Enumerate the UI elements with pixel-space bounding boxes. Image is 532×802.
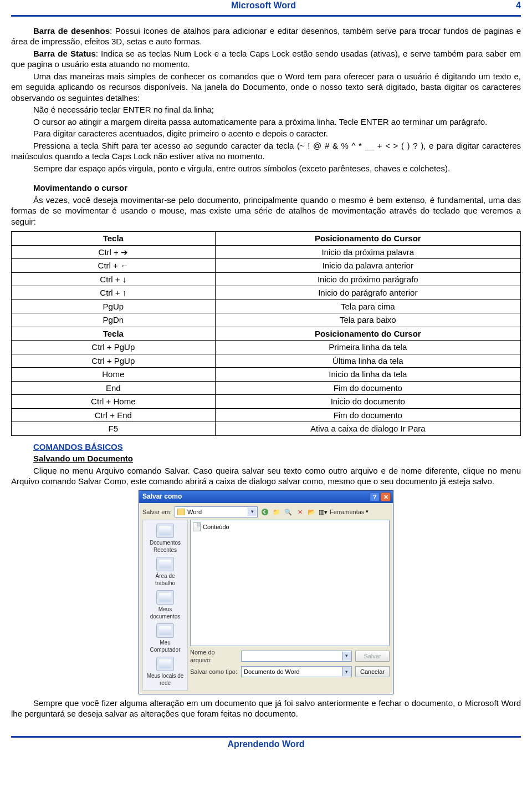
action-cell: Inicio do parágrafo anterior bbox=[215, 286, 520, 300]
action-cell: Tela para cima bbox=[215, 300, 520, 313]
place-label: Meu Computador bbox=[145, 639, 185, 653]
header-rule bbox=[11, 15, 521, 17]
action-cell: Inicio da linha da tela bbox=[215, 368, 520, 382]
dialog-toolbar: 📁 🔍 ✕ 📂 ▥▾ Ferramentas ▾ bbox=[260, 507, 369, 517]
table-row: Ctrl + ←Inicio da palavra anterior bbox=[12, 259, 521, 273]
help-icon: ? bbox=[373, 493, 377, 501]
action-cell: Fim do documento bbox=[215, 381, 520, 395]
term-barra-status: Barra de Status bbox=[33, 49, 96, 58]
help-button[interactable]: ? bbox=[370, 493, 380, 501]
document-body: Barra de desenhos: Possui ícones de atal… bbox=[11, 18, 521, 724]
places-item[interactable]: Meus documentos bbox=[145, 589, 185, 621]
header-title: Microsoft Word bbox=[11, 0, 516, 12]
filename-row: Nome do arquivo: ▾ Salvar bbox=[190, 648, 390, 664]
table-row: TeclaPosicionamento do Cursor bbox=[12, 327, 521, 341]
back-button[interactable] bbox=[260, 507, 270, 517]
delete-button[interactable]: ✕ bbox=[295, 507, 305, 517]
place-icon bbox=[156, 557, 174, 571]
table-row: Ctrl + HomeInicio do documento bbox=[12, 395, 521, 409]
action-cell: Posicionamento do Cursor bbox=[215, 327, 520, 341]
table-row: HomeInicio da linha da tela bbox=[12, 368, 521, 382]
filename-label: Nome do arquivo: bbox=[190, 648, 238, 664]
table-row: Ctrl + ↓Inicio do próximo parágrafo bbox=[12, 272, 521, 286]
place-icon bbox=[156, 524, 174, 538]
table-row: F5Ativa a caixa de dialogo Ir Para bbox=[12, 422, 521, 436]
new-folder-button[interactable]: 📂 bbox=[306, 507, 316, 517]
place-label: Área de trabalho bbox=[145, 572, 185, 587]
heading-movimentando: Movimentando o cursor bbox=[11, 182, 521, 194]
keyboard-shortcuts-table: TeclaPosicionamento do CursorCtrl + ➔Ini… bbox=[11, 231, 521, 436]
action-cell: Inicio do documento bbox=[215, 395, 520, 409]
cancel-button-label: Cancelar bbox=[360, 668, 385, 676]
table-row: EndFim do documento bbox=[12, 381, 521, 395]
tools-label[interactable]: Ferramentas bbox=[330, 508, 364, 516]
action-cell: Primeira linha da tela bbox=[215, 341, 520, 354]
save-in-combo[interactable]: Word ▾ bbox=[175, 506, 258, 517]
dialog-body: Salvar em: Word ▾ 📁 🔍 ✕ 📂 bbox=[139, 503, 393, 694]
key-cell: Ctrl + End bbox=[12, 408, 216, 422]
views-button[interactable]: ▥▾ bbox=[318, 507, 328, 517]
filetype-row: Salvar como tipo: Documento do Word ▾ Ca… bbox=[190, 666, 390, 677]
page-header: Microsoft Word 4 bbox=[11, 0, 521, 12]
para-movimentando: Às vezes, você deseja movimentar-se pelo… bbox=[11, 195, 521, 227]
places-item[interactable]: Meu Computador bbox=[145, 622, 185, 654]
save-as-dialog: Salvar como ? ✕ Salvar em: Word ▾ bbox=[139, 490, 393, 694]
action-cell: Inicio do próximo parágrafo bbox=[215, 272, 520, 286]
places-item[interactable]: Documentos Recentes bbox=[145, 522, 185, 555]
term-barra-desenhos: Barra de desenhos bbox=[33, 26, 110, 35]
table-row: Ctrl + ➔Inicio da próxima palavra bbox=[12, 245, 521, 259]
key-cell: PgDn bbox=[12, 313, 216, 327]
para-salvando: Clique no menu Arquivo comando Salvar. C… bbox=[11, 465, 521, 487]
place-icon bbox=[156, 657, 174, 671]
table-row: TeclaPosicionamento do Cursor bbox=[12, 232, 521, 246]
places-bar: Documentos RecentesÁrea de trabalhoMeus … bbox=[142, 520, 188, 691]
key-cell: End bbox=[12, 381, 216, 395]
places-item[interactable]: Meus locais de rede bbox=[145, 656, 185, 688]
places-item[interactable]: Área de trabalho bbox=[145, 556, 185, 588]
dialog-titlebar[interactable]: Salvar como ? ✕ bbox=[139, 491, 393, 503]
section-comandos-basicos: COMANDOS BÁSICOS bbox=[11, 441, 521, 453]
up-folder-button[interactable]: 📁 bbox=[272, 507, 282, 517]
key-cell: Tecla bbox=[12, 327, 216, 341]
close-button[interactable]: ✕ bbox=[381, 493, 391, 501]
place-label: Meus locais de rede bbox=[145, 672, 185, 687]
cancel-button[interactable]: Cancelar bbox=[355, 666, 390, 677]
key-cell: Ctrl + ← bbox=[12, 259, 216, 273]
para-espaco: Sempre dar espaço após virgula, ponto e … bbox=[11, 163, 521, 174]
filetype-combo[interactable]: Documento do Word ▾ bbox=[241, 666, 352, 677]
folder-icon bbox=[177, 509, 185, 515]
action-cell: Inicio da palavra anterior bbox=[215, 259, 520, 273]
key-cell: Home bbox=[12, 368, 216, 382]
para-acento: Para digitar caracteres acentuados, digi… bbox=[11, 128, 521, 139]
footer-rule bbox=[11, 736, 521, 738]
key-cell: Ctrl + ↑ bbox=[12, 286, 216, 300]
close-icon: ✕ bbox=[383, 493, 388, 501]
file-area: Conteúdo Nome do arquivo: ▾ bbox=[190, 520, 390, 691]
save-button-label: Salvar bbox=[364, 652, 381, 660]
svg-point-0 bbox=[262, 509, 268, 515]
save-in-value: Word bbox=[187, 508, 202, 516]
place-icon bbox=[156, 590, 174, 605]
filename-input[interactable]: ▾ bbox=[241, 651, 352, 662]
dialog-title: Salvar como bbox=[141, 493, 369, 501]
key-cell: PgUp bbox=[12, 300, 216, 313]
chevron-down-icon: ▾ bbox=[342, 652, 351, 661]
para-enter: Não é necessário teclar ENTER no final d… bbox=[11, 104, 521, 115]
file-name: Conteúdo bbox=[203, 523, 229, 531]
key-cell: Ctrl + ↓ bbox=[12, 272, 216, 286]
para-after-dialog: Sempre que você fizer alguma alteração e… bbox=[11, 698, 521, 719]
filetype-value: Documento do Word bbox=[244, 668, 300, 676]
save-in-row: Salvar em: Word ▾ 📁 🔍 ✕ 📂 bbox=[142, 506, 390, 517]
table-row: Ctrl + PgUpPrimeira linha da tela bbox=[12, 341, 521, 354]
key-cell: Ctrl + PgUp bbox=[12, 354, 216, 368]
file-list[interactable]: Conteúdo bbox=[190, 520, 390, 646]
save-button[interactable]: Salvar bbox=[355, 651, 390, 662]
search-button[interactable]: 🔍 bbox=[283, 507, 293, 517]
para-shift: Pressiona a tecla Shift para ter acesso … bbox=[11, 140, 521, 162]
page-footer: Aprendendo Word bbox=[11, 739, 521, 750]
action-cell: Posicionamento do Cursor bbox=[215, 232, 520, 246]
para-cursor-margin: O cursor ao atingir a margem direita pas… bbox=[11, 116, 521, 128]
file-item[interactable]: Conteúdo bbox=[193, 522, 387, 531]
key-cell: Ctrl + ➔ bbox=[12, 245, 216, 259]
heading-text: Movimentando o cursor bbox=[33, 183, 127, 192]
